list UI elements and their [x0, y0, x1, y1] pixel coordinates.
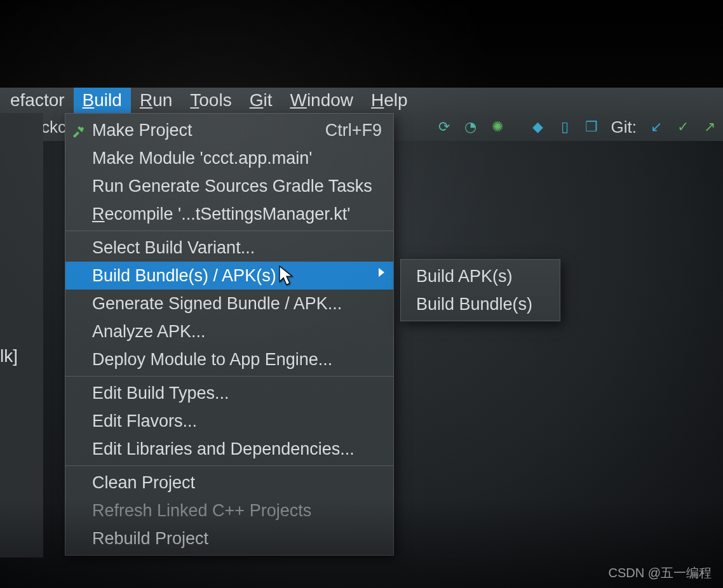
menu-item-label: Edit Flavors...	[92, 411, 197, 431]
submenu-item-build-bundle[interactable]: Build Bundle(s)	[401, 290, 560, 318]
menu-item-edit-libraries[interactable]: Edit Libraries and Dependencies...	[65, 435, 393, 463]
menu-item-refresh-cpp: Refresh Linked C++ Projects	[65, 497, 393, 525]
menu-item-select-variant[interactable]: Select Build Variant...	[65, 234, 393, 262]
menu-item-deploy-appengine[interactable]: Deploy Module to App Engine...	[65, 345, 393, 373]
menu-item-label: Refresh Linked C++ Projects	[92, 501, 311, 520]
left-gutter	[0, 113, 43, 558]
sync-icon[interactable]: ⟳	[435, 117, 454, 137]
menu-item-label: Rebuild Project	[92, 529, 208, 548]
menu-item-label: Analyze APK...	[92, 322, 206, 341]
menu-git[interactable]: Git	[241, 88, 281, 113]
menu-item-make-module[interactable]: Make Module 'ccct.app.main'	[65, 144, 393, 172]
menu-item-label: Build APK(s)	[416, 267, 513, 286]
git-pull-icon[interactable]: ↙	[647, 117, 666, 137]
menu-run-mnemonic: R	[140, 90, 152, 110]
menu-item-label: Make Project	[92, 121, 193, 140]
menu-build-rest: uild	[94, 90, 122, 110]
menu-run[interactable]: Run	[131, 88, 181, 113]
menu-item-label: Recompile '...tSettingsManager.kt'	[92, 204, 351, 224]
menu-separator	[65, 376, 393, 377]
menu-item-run-generate[interactable]: Run Generate Sources Gradle Tasks	[65, 172, 393, 200]
menu-item-rebuild-project[interactable]: Rebuild Project	[65, 525, 393, 552]
menu-refactor[interactable]: efactor	[1, 88, 74, 113]
menu-item-label: Edit Libraries and Dependencies...	[92, 439, 355, 458]
git-label: Git:	[611, 117, 637, 137]
menu-item-label: Generate Signed Bundle / APK...	[92, 294, 342, 313]
menu-item-analyze-apk[interactable]: Analyze APK...	[65, 317, 393, 345]
menu-item-edit-flavors[interactable]: Edit Flavors...	[65, 407, 393, 435]
build-bundles-submenu: Build APK(s) Build Bundle(s)	[400, 259, 560, 321]
menu-build-mnemonic: B	[83, 90, 95, 110]
menu-item-shortcut: Ctrl+F9	[325, 119, 382, 142]
menu-item-label: Deploy Module to App Engine...	[92, 350, 332, 369]
menu-item-make-project[interactable]: Make Project Ctrl+F9	[65, 116, 393, 144]
menu-item-label: Run Generate Sources Gradle Tasks	[92, 177, 372, 196]
menu-item-label: Build Bundle(s)	[416, 295, 532, 314]
main-menu-bar: efactor Build Run Tools Git Window Help	[0, 88, 723, 113]
speedometer-icon[interactable]: ◔	[461, 117, 480, 137]
menu-item-label: Clean Project	[92, 473, 195, 492]
menu-item-edit-build-types[interactable]: Edit Build Types...	[65, 379, 393, 407]
submenu-item-build-apk[interactable]: Build APK(s)	[401, 262, 560, 290]
menu-item-recompile[interactable]: Recompile '...tSettingsManager.kt'	[65, 200, 393, 228]
build-dropdown: Make Project Ctrl+F9 Make Module 'ccct.a…	[65, 113, 394, 556]
toolbar-icons: ⟳ ◔ ✺ ◆ ▯ ❒ Git: ↙ ✓ ↗	[435, 113, 719, 141]
hammer-icon	[72, 121, 86, 144]
menu-item-label: Select Build Variant...	[92, 238, 255, 257]
menu-item-label: Make Module 'ccct.app.main'	[92, 149, 312, 168]
bug-icon[interactable]: ✺	[488, 117, 507, 137]
menu-help[interactable]: Help	[362, 88, 417, 113]
menu-item-label: Edit Build Types...	[92, 384, 229, 403]
git-push-icon[interactable]: ↗	[700, 117, 719, 137]
menu-item-label: Build Bundle(s) / APK(s)	[92, 266, 276, 285]
toolbar-sep	[515, 117, 521, 137]
menu-item-clean-project[interactable]: Clean Project	[65, 469, 393, 497]
monitor-bezel	[0, 0, 723, 88]
menu-separator	[65, 231, 393, 231]
menu-build[interactable]: Build	[74, 88, 131, 113]
menu-item-build-bundles-apks[interactable]: Build Bundle(s) / APK(s)	[65, 262, 393, 290]
left-label-fragment: lk]	[0, 346, 18, 366]
menu-window[interactable]: Window	[281, 88, 362, 113]
submenu-arrow-icon	[379, 268, 384, 277]
device-icon[interactable]: ▯	[555, 117, 574, 137]
elephant-icon[interactable]: ◆	[529, 117, 548, 137]
menu-tools[interactable]: Tools	[181, 88, 240, 113]
cube-icon[interactable]: ❒	[582, 117, 601, 137]
git-commit-icon[interactable]: ✓	[673, 117, 693, 137]
watermark: CSDN @五一编程	[608, 565, 712, 582]
menu-item-generate-signed[interactable]: Generate Signed Bundle / APK...	[65, 290, 393, 317]
menu-separator	[65, 465, 393, 466]
